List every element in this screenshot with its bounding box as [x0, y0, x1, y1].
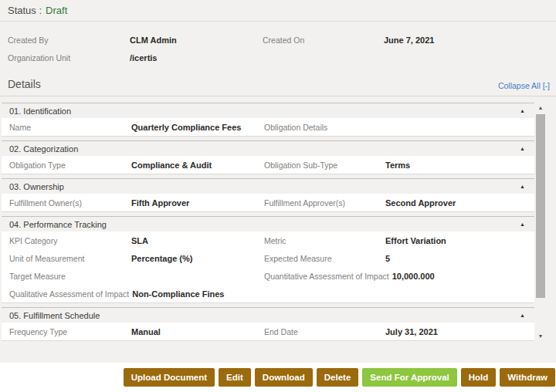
status-label: Status :: [8, 5, 42, 16]
section-rows: NameQuarterly Compliance FeesObligation …: [2, 118, 534, 137]
edit-button[interactable]: Edit: [219, 368, 251, 387]
field-value: Compliance & Audit: [131, 161, 264, 170]
scrollbar-down-icon[interactable]: ▼: [536, 333, 545, 340]
field-value: Manual: [131, 327, 264, 336]
field-label: KPI Category: [9, 236, 131, 245]
spacer: [263, 49, 384, 67]
hold-button[interactable]: Hold: [461, 368, 497, 387]
field-label: Target Measure: [9, 272, 131, 281]
collapse-caret-icon[interactable]: ▲: [520, 221, 525, 227]
section-title: 05. Fulfillment Schedule: [9, 311, 100, 320]
info-section: Created By CLM Admin Created On June 7, …: [0, 22, 556, 76]
field-value: SLA: [131, 236, 264, 245]
field-row: Unit of MeasurementPercentage (%)Expecte…: [2, 249, 534, 267]
section: 04. Performance Tracking▲KPI CategorySLA…: [2, 216, 534, 303]
field-value: Second Approver: [385, 198, 534, 208]
details-sections: 01. Identification▲NameQuarterly Complia…: [2, 103, 534, 341]
field-value: Terms: [385, 161, 534, 170]
info-grid: Created By CLM Admin Created On June 7, …: [0, 32, 556, 67]
field-row: Frequency TypeManualEnd DateJuly 31, 202…: [2, 323, 534, 340]
section-header[interactable]: 02. Categorization▲: [2, 140, 534, 156]
collapse-caret-icon[interactable]: ▲: [520, 146, 525, 151]
field-label: Name: [9, 123, 131, 132]
details-header: Details Collapse All [-]: [0, 76, 556, 96]
field-label: Unit of Measurement: [9, 254, 131, 263]
field-label: Qualitative Assessment of Impact: [9, 289, 132, 299]
collapse-caret-icon[interactable]: ▲: [520, 108, 525, 113]
field-value: Non-Compliance Fines: [132, 289, 265, 299]
section: 03. Ownership▲Fulfillment Owner(s)Fifth …: [2, 178, 534, 212]
field-label: Fulfillment Owner(s): [9, 198, 131, 208]
section: 01. Identification▲NameQuarterly Complia…: [2, 103, 534, 137]
field-row: KPI CategorySLAMetricEffort Variation: [2, 231, 534, 249]
field-label: Fulfillment Approver(s): [264, 198, 385, 208]
scrollbar-up-icon[interactable]: ▲: [536, 104, 545, 112]
field-label: Created On: [263, 32, 384, 49]
field-value: 5: [385, 254, 534, 263]
scrollbar-thumb[interactable]: [536, 114, 545, 298]
details-title: Details: [8, 78, 41, 90]
details-scroll-area: 01. Identification▲NameQuarterly Complia…: [0, 103, 556, 343]
section-title: 01. Identification: [9, 106, 71, 116]
section-rows: Obligation TypeCompliance & AuditObligat…: [2, 156, 534, 174]
status-badge: Draft: [46, 5, 67, 16]
field-label: Quantitative Assessment of Impact: [264, 272, 392, 281]
section-header[interactable]: 03. Ownership▲: [2, 178, 534, 194]
field-label: Organization Unit: [8, 49, 130, 67]
field-row: Fulfillment Owner(s)Fifth ApproverFulfil…: [2, 194, 534, 211]
section: 05. Fulfillment Schedule▲Frequency TypeM…: [2, 307, 534, 341]
field-value: July 31, 2021: [385, 327, 534, 336]
field-label: Created By: [8, 32, 130, 49]
field-label: Obligation Type: [9, 161, 131, 170]
field-row: Qualitative Assessment of ImpactNon-Comp…: [2, 285, 534, 302]
field-row: Obligation TypeCompliance & AuditObligat…: [2, 156, 534, 174]
section-rows: Fulfillment Owner(s)Fifth ApproverFulfil…: [2, 194, 534, 212]
field-value: CLM Admin: [130, 32, 263, 49]
field-label: Obligation Details: [264, 123, 385, 132]
field-value: 10,000.000: [392, 272, 534, 281]
field-value: Fifth Approver: [131, 198, 264, 208]
action-button-bar: Upload DocumentEditDownloadDeleteSend Fo…: [0, 363, 556, 392]
field-value: Effort Variation: [385, 236, 534, 245]
delete-button[interactable]: Delete: [317, 368, 359, 387]
section-rows: Frequency TypeManualEnd DateJuly 31, 202…: [2, 323, 534, 341]
spacer: [384, 49, 556, 67]
collapse-caret-icon[interactable]: ▲: [520, 184, 525, 189]
download-button[interactable]: Download: [255, 368, 313, 387]
status-bar: Status : Draft: [0, 0, 556, 22]
field-label: End Date: [264, 327, 385, 336]
field-row: NameQuarterly Compliance FeesObligation …: [2, 118, 534, 136]
section-rows: KPI CategorySLAMetricEffort VariationUni…: [2, 231, 534, 303]
section-title: 02. Categorization: [9, 144, 78, 154]
collapse-caret-icon[interactable]: ▲: [520, 313, 525, 318]
send-for-approval-button[interactable]: Send For Approval: [362, 368, 456, 387]
field-label: Frequency Type: [9, 327, 131, 336]
field-value: June 7, 2021: [384, 32, 556, 49]
section-header[interactable]: 01. Identification▲: [2, 103, 534, 118]
field-value: Percentage (%): [131, 254, 264, 263]
field-value: /icertis: [130, 49, 263, 67]
field-label: Expected Measure: [264, 254, 385, 263]
collapse-all-link[interactable]: Collapse All [-]: [498, 81, 550, 90]
upload-document-button[interactable]: Upload Document: [124, 368, 215, 387]
section-header[interactable]: 05. Fulfillment Schedule▲: [2, 307, 534, 323]
withdraw-button[interactable]: Withdraw: [500, 368, 555, 387]
field-label: Metric: [264, 236, 385, 245]
field-value: Quarterly Compliance Fees: [131, 123, 264, 132]
scrollbar[interactable]: ▲ ▼: [536, 104, 545, 340]
section-header[interactable]: 04. Performance Tracking▲: [2, 216, 534, 231]
field-row: Target MeasureQuantitative Assessment of…: [2, 267, 534, 285]
section-title: 03. Ownership: [9, 182, 64, 191]
section-title: 04. Performance Tracking: [9, 220, 107, 229]
obligation-detail-page: Status : Draft Created By CLM Admin Crea…: [0, 0, 556, 392]
section: 02. Categorization▲Obligation TypeCompli…: [2, 140, 534, 174]
field-label: Obligation Sub-Type: [264, 161, 385, 170]
